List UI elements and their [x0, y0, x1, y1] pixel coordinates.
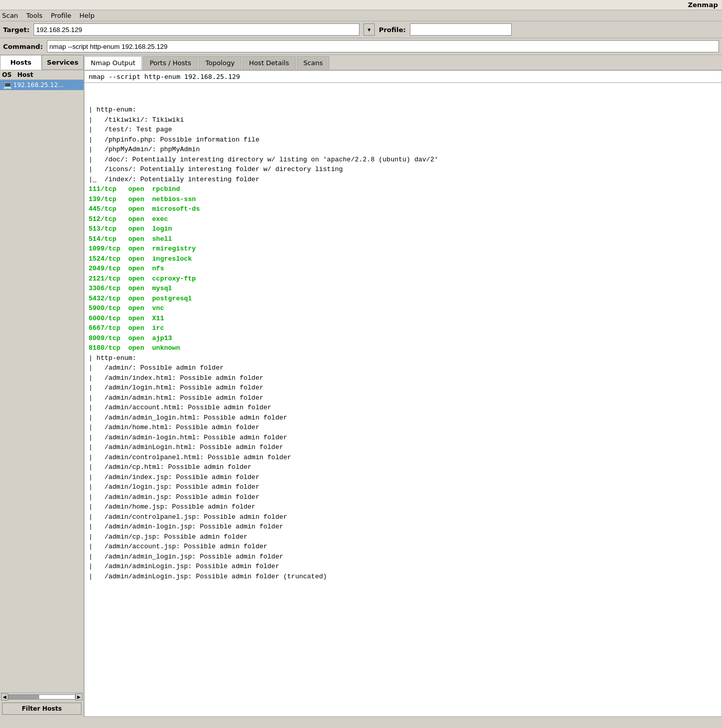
target-label: Target:	[3, 26, 30, 34]
output-line: | /admin/index.html: Possible admin fold…	[89, 373, 717, 383]
main-area: Hosts Services OS Host 💻 192.168.25.12..…	[0, 55, 722, 717]
output-line: | /icons/: Potentially interesting folde…	[89, 164, 717, 175]
scrollbar-thumb	[9, 695, 39, 699]
output-line: 3306/tcp open mysql	[89, 284, 717, 294]
app-title: Zenmap	[688, 1, 718, 9]
command-input[interactable]	[47, 40, 719, 52]
tab-scans[interactable]: Scans	[297, 56, 329, 70]
tab-host-details[interactable]: Host Details	[242, 56, 296, 70]
content-tabs: Nmap Output Ports / Hosts Topology Host …	[84, 55, 722, 70]
output-line: | /admin/controlpanel.jsp: Possible admi…	[89, 512, 717, 522]
os-column-header: OS	[2, 71, 17, 78]
menu-tools[interactable]: Tools	[26, 12, 43, 19]
output-line: | /admin/admin.html: Possible admin fold…	[89, 393, 717, 403]
output-line: 8009/tcp open ajp13	[89, 333, 717, 344]
tab-hosts[interactable]: Hosts	[0, 55, 42, 70]
content-area: Nmap Output Ports / Hosts Topology Host …	[84, 55, 722, 717]
output-line: | /admin/controlpanel.html: Possible adm…	[89, 453, 717, 463]
output-line: 1099/tcp open rmiregistry	[89, 244, 717, 254]
output-line: | /admin/home.jsp: Possible admin folder	[89, 502, 717, 512]
output-line: | /admin/adminLogin.html: Possible admin…	[89, 442, 717, 453]
menu-help[interactable]: Help	[79, 12, 95, 19]
host-item[interactable]: 💻 192.168.25.12...	[0, 80, 84, 90]
output-line: 2121/tcp open ccproxy-ftp	[89, 274, 717, 284]
menu-bar: Scan Tools Profile Help	[0, 10, 722, 21]
output-line: | /admin/adminLogin.jsp: Possible admin …	[89, 572, 717, 582]
toolbar: Target: ▼ Profile:	[0, 21, 722, 38]
output-line: | /admin/admin_login.jsp: Possible admin…	[89, 552, 717, 562]
tab-topology[interactable]: Topology	[199, 56, 241, 70]
scrollbar-right-arrow[interactable]: ▶	[75, 693, 82, 701]
output-line: | /admin/adminLogin.jsp: Possible admin …	[89, 562, 717, 572]
command-bar: Command:	[0, 38, 722, 55]
menu-scan[interactable]: Scan	[2, 12, 18, 19]
profile-input[interactable]	[410, 23, 512, 36]
output-line: 111/tcp open rpcbind	[89, 184, 717, 194]
output-line: 513/tcp open login	[89, 224, 717, 234]
tab-services[interactable]: Services	[42, 55, 84, 70]
output-line: | /doc/: Potentially interesting directo…	[89, 155, 717, 165]
output-line: | /tikiwiki/: Tikiwiki	[89, 115, 717, 125]
scrollbar-track[interactable]	[8, 694, 75, 699]
sidebar-tabs: Hosts Services	[0, 55, 84, 70]
output-line: 445/tcp open microsoft-ds	[89, 204, 717, 214]
output-line: | /admin/home.html: Possible admin folde…	[89, 423, 717, 433]
scrollbar-area: ◀ ▶	[0, 692, 84, 701]
output-line: |_ /index/: Potentially interesting fold…	[89, 175, 717, 185]
output-line: | /admin/login.jsp: Possible admin folde…	[89, 482, 717, 492]
output-line: | /admin/account.html: Possible admin fo…	[89, 403, 717, 413]
output-line: 2049/tcp open nfs	[89, 264, 717, 274]
menu-profile[interactable]: Profile	[51, 12, 71, 19]
scrollbar-left-arrow[interactable]: ◀	[1, 693, 8, 701]
profile-label: Profile:	[379, 26, 406, 34]
output-line: | /phpMyAdmin/: phpMyAdmin	[89, 145, 717, 155]
output-line: | http-enum:	[89, 105, 717, 115]
sidebar: Hosts Services OS Host 💻 192.168.25.12..…	[0, 55, 84, 717]
output-line: | /admin/: Possible admin folder	[89, 363, 717, 373]
tab-ports-hosts[interactable]: Ports / Hosts	[143, 56, 198, 70]
host-ip: 192.168.25.12...	[13, 81, 64, 89]
output-line: 1524/tcp open ingreslock	[89, 254, 717, 264]
output-line: 5432/tcp open postgresql	[89, 294, 717, 304]
output-line: | /admin/admin.jsp: Possible admin folde…	[89, 492, 717, 502]
output-line: | http-enum:	[89, 353, 717, 363]
output-line: | /admin/cp.html: Possible admin folder	[89, 462, 717, 472]
title-bar: Zenmap	[0, 0, 722, 10]
output-line: 514/tcp open shell	[89, 234, 717, 244]
sidebar-col-headers: OS Host	[0, 70, 84, 80]
output-line: | /admin/account.jsp: Possible admin fol…	[89, 542, 717, 552]
output-line: 512/tcp open exec	[89, 214, 717, 225]
output-line: | /phpinfo.php: Possible information fil…	[89, 135, 717, 145]
target-dropdown-button[interactable]: ▼	[364, 23, 375, 36]
output-line: 8180/tcp open unknown	[89, 343, 717, 353]
host-column-header: Host	[17, 71, 81, 78]
output-line: | /admin/admin-login.jsp: Possible admin…	[89, 522, 717, 532]
host-list: 💻 192.168.25.12...	[0, 80, 84, 692]
output-line: | /admin/cp.jsp: Possible admin folder	[89, 532, 717, 542]
host-os-icon: 💻	[2, 81, 12, 89]
tab-nmap-output[interactable]: Nmap Output	[84, 56, 142, 70]
output-area[interactable]: | http-enum:| /tikiwiki/: Tikiwiki| /tes…	[84, 82, 722, 717]
nmap-command-display: nmap --script http-enum 192.168.25.129	[84, 70, 722, 82]
output-line: 6000/tcp open X11	[89, 314, 717, 324]
command-label: Command:	[3, 43, 43, 50]
output-line: | /admin/admin_login.html: Possible admi…	[89, 413, 717, 423]
target-input[interactable]	[34, 23, 359, 36]
output-line: 6667/tcp open irc	[89, 323, 717, 333]
output-line: | /admin/admin-login.html: Possible admi…	[89, 433, 717, 443]
output-line: 139/tcp open netbios-ssn	[89, 194, 717, 205]
output-line: | /test/: Test page	[89, 125, 717, 135]
output-line: 5900/tcp open vnc	[89, 303, 717, 314]
filter-hosts-button[interactable]: Filter Hosts	[2, 703, 81, 715]
output-line: | /admin/index.jsp: Possible admin folde…	[89, 472, 717, 483]
output-line: | /admin/login.html: Possible admin fold…	[89, 383, 717, 393]
